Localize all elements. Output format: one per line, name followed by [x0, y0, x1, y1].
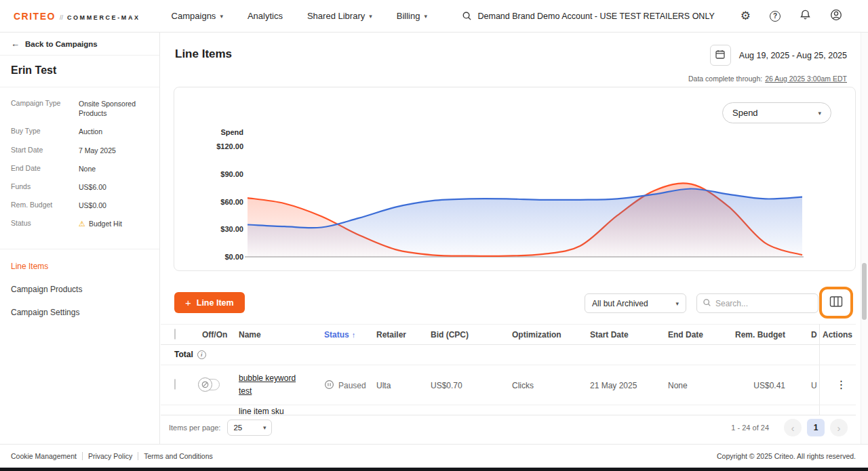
main-content: Line Items Aug 19, 2025 - Aug 25, 2025 D…	[161, 0, 868, 471]
chevron-right-icon: ›	[837, 422, 841, 434]
col-name[interactable]: Name	[239, 330, 261, 340]
col-end-date[interactable]: End Date	[668, 330, 703, 340]
profile-button[interactable]	[830, 9, 842, 24]
items-per-page-select[interactable]: 25 ▾	[227, 419, 272, 436]
main-nav: Campaigns ▾ Analytics Shared Library ▾ B…	[172, 11, 427, 21]
detail-value: Onsite Sponsored Products	[79, 99, 149, 118]
previous-page-button[interactable]: ‹	[784, 419, 802, 436]
nav-analytics[interactable]: Analytics	[248, 11, 283, 21]
data-complete-link[interactable]: 26 Aug 2025 3:00am EDT	[765, 75, 847, 83]
line-item-name-link[interactable]: bubble keyword test	[239, 372, 301, 398]
footer-link-privacy-policy[interactable]: Privacy Policy	[82, 452, 138, 460]
logo-separator: //	[60, 14, 63, 21]
chevron-down-icon: ▾	[263, 424, 267, 431]
sidebar-item-campaign-products[interactable]: Campaign Products	[0, 278, 159, 301]
status-text: Budget Hit	[89, 220, 122, 228]
end-date-cell: None	[668, 381, 688, 390]
checkbox-icon	[174, 329, 176, 340]
settings-button[interactable]: ⚙	[741, 10, 751, 22]
row-checkbox[interactable]	[174, 380, 176, 389]
detail-label: Funds	[11, 182, 79, 192]
nav-campaigns[interactable]: Campaigns ▾	[172, 11, 223, 21]
col-retailer[interactable]: Retailer	[376, 330, 406, 340]
notifications-button[interactable]	[800, 9, 811, 23]
col-rem-budget[interactable]: Rem. Budget	[715, 330, 785, 340]
back-to-campaigns-link[interactable]: ← Back to Campaigns	[0, 33, 159, 56]
account-name: Demand Brand Demo Account - USE TEST RET…	[478, 12, 715, 21]
checkbox-icon	[174, 379, 176, 390]
warning-icon: ⚠	[79, 220, 85, 228]
row-actions-menu-button[interactable]: ⋮	[833, 378, 850, 391]
logo-primary: CRITEO	[14, 11, 56, 22]
next-page-button[interactable]: ›	[830, 419, 848, 436]
date-picker-button[interactable]	[710, 45, 731, 66]
help-button[interactable]: ?	[770, 11, 781, 22]
items-per-page-value: 25	[233, 424, 242, 432]
search-icon	[703, 298, 711, 310]
paused-icon	[324, 380, 334, 392]
toggle-knob-icon	[198, 377, 212, 392]
line-item-name-link-partial[interactable]: line item sku	[239, 407, 388, 415]
help-icon: ?	[770, 11, 781, 22]
bell-icon	[800, 9, 811, 23]
retailer-cell: Ulta	[376, 381, 391, 390]
spend-chart-card: Spend ▾ Spend$120.00$90.00$60.00$30.00$0…	[174, 87, 856, 271]
copyright-text: Copyright © 2025 Criteo. All rights rese…	[717, 452, 856, 460]
nav-campaigns-label: Campaigns	[172, 11, 216, 21]
svg-text:$0.00: $0.00	[224, 253, 243, 261]
metric-select[interactable]: Spend ▾	[722, 102, 831, 123]
campaign-sidebar: ← Back to Campaigns Erin Test Campaign T…	[0, 33, 160, 444]
criteo-logo[interactable]: CRITEO // COMMERCE-MAX	[14, 11, 140, 22]
status-badge: ⚠Budget Hit	[79, 219, 122, 229]
logo-secondary: COMMERCE-MAX	[67, 14, 140, 21]
detail-rem-budget: Rem. Budget US$0.00	[11, 201, 149, 210]
chevron-down-icon: ▾	[220, 13, 223, 20]
footer-link-terms[interactable]: Terms and Conditions	[138, 452, 218, 460]
calendar-icon	[715, 49, 726, 62]
truncated-cell: U	[811, 381, 819, 390]
line-item-search	[696, 293, 818, 313]
col-status-sorted[interactable]: Status ↑	[324, 330, 355, 340]
select-all-checkbox[interactable]	[174, 329, 176, 339]
page-scrollbar-thumb[interactable]	[862, 263, 867, 320]
optimization-cell: Clicks	[512, 381, 534, 390]
gear-icon: ⚙	[741, 10, 751, 22]
col-optimization[interactable]: Optimization	[512, 330, 561, 340]
user-icon	[830, 9, 842, 24]
info-icon[interactable]: i	[197, 350, 206, 359]
footer-link-cookie-management[interactable]: Cookie Management	[5, 452, 82, 460]
total-row: Total i	[161, 345, 856, 365]
nav-shared-library-label: Shared Library	[307, 11, 365, 21]
nav-billing[interactable]: Billing ▾	[397, 11, 427, 21]
sidebar-item-line-items[interactable]: Line Items	[0, 255, 159, 278]
detail-campaign-type: Campaign Type Onsite Sponsored Products	[11, 99, 149, 118]
chevron-down-icon: ▾	[369, 13, 372, 20]
col-bid-cpc[interactable]: Bid (CPC)	[431, 330, 469, 340]
pagination-range: 1 - 24 of 24	[731, 424, 769, 432]
campaign-details: Campaign Type Onsite Sponsored Products …	[0, 87, 159, 242]
archive-filter-value: All but Archived	[592, 299, 648, 308]
items-per-page-label: Items per page:	[169, 424, 220, 432]
detail-value: US$0.00	[79, 201, 106, 210]
current-page-button[interactable]: 1	[807, 419, 825, 436]
chevron-down-icon: ▾	[424, 13, 427, 20]
col-truncated[interactable]: D	[811, 330, 819, 340]
detail-label: Campaign Type	[11, 99, 79, 118]
detail-value: 7 May 2025	[79, 146, 116, 155]
col-start-date[interactable]: Start Date	[590, 330, 629, 340]
date-range-value[interactable]: Aug 19, 2025 - Aug 25, 2025	[739, 51, 847, 60]
sidebar-divider	[0, 249, 159, 249]
off-on-toggle[interactable]	[199, 379, 220, 390]
rem-budget-cell: US$0.41	[715, 381, 785, 390]
sidebar-item-campaign-settings[interactable]: Campaign Settings	[0, 301, 159, 324]
column-settings-button-highlighted[interactable]	[819, 287, 853, 319]
nav-analytics-label: Analytics	[248, 11, 283, 21]
add-line-item-button[interactable]: + Line Item	[174, 292, 245, 313]
detail-label: Buy Type	[11, 127, 79, 136]
archive-filter-select[interactable]: All but Archived ▾	[585, 293, 686, 313]
nav-shared-library[interactable]: Shared Library ▾	[307, 11, 372, 21]
detail-value: US$6.00	[79, 182, 106, 192]
account-switcher[interactable]: Demand Brand Demo Account - USE TEST RET…	[462, 11, 715, 21]
search-input[interactable]	[715, 299, 812, 308]
detail-start-date: Start Date 7 May 2025	[11, 146, 149, 155]
